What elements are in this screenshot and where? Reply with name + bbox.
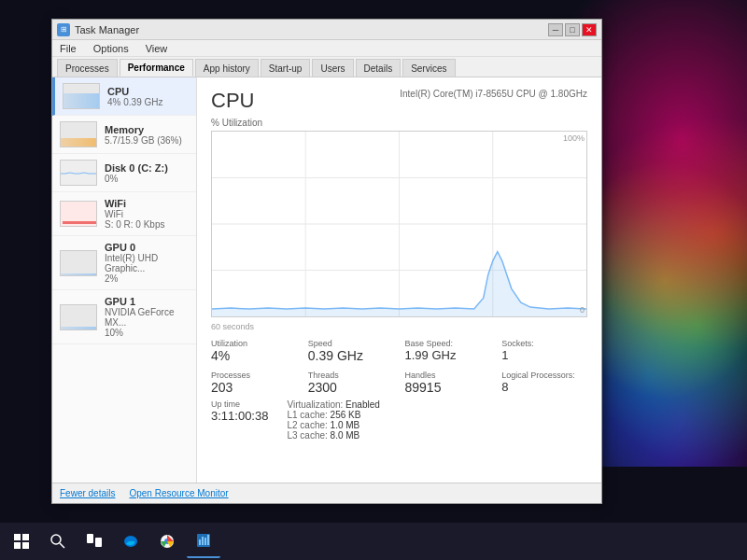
wifi-thumb [60, 201, 97, 227]
speed-stat-value: 0.39 GHz [308, 348, 394, 363]
wifi-value: S: 0 R: 0 Kbps [105, 219, 189, 230]
close-button[interactable]: ✕ [582, 23, 597, 36]
util-stat-value: 4% [211, 348, 297, 363]
processes-label: Processes [211, 371, 297, 380]
maximize-button[interactable]: □ [565, 23, 580, 36]
cpu-thumb [63, 83, 100, 109]
threads-stat: Threads 2300 [308, 371, 394, 395]
l3-row: L3 cache: 8.0 MB [287, 430, 379, 441]
start-button[interactable] [5, 525, 38, 558]
svg-rect-22 [207, 535, 209, 545]
tab-details[interactable]: Details [356, 59, 402, 77]
sidebar: CPU 4% 0.39 GHz Memory 5.7/15.9 GB (36%) [52, 77, 197, 483]
svg-rect-13 [87, 534, 93, 543]
tab-app-history[interactable]: App history [195, 59, 259, 77]
svg-rect-14 [95, 538, 102, 547]
task-view-icon [86, 533, 103, 550]
cpu-info: CPU 4% 0.39 GHz [107, 86, 189, 107]
sidebar-item-cpu[interactable]: CPU 4% 0.39 GHz [52, 77, 196, 116]
main-content: CPU 4% 0.39 GHz Memory 5.7/15.9 GB (36%) [52, 77, 601, 483]
tab-users[interactable]: Users [312, 59, 353, 77]
browser-button[interactable] [150, 525, 184, 558]
gpu1-sub: NVIDIA GeForce MX... [105, 307, 189, 328]
cpu-thumb-graph [63, 93, 99, 108]
file-menu[interactable]: File [57, 43, 79, 54]
disk-thumb [60, 160, 97, 186]
bottom-stats: Up time 3:11:00:38 Virtualization: Enabl… [211, 399, 587, 441]
graph-0-label: 0 [580, 305, 585, 315]
sockets-label: Sockets: [501, 339, 587, 348]
graph-time-label: 60 seconds [211, 322, 587, 331]
uptime-section: Up time 3:11:00:38 [211, 399, 268, 441]
chrome-icon [159, 533, 176, 550]
util-stat-label: Utilization [211, 339, 297, 348]
tab-processes[interactable]: Processes [57, 59, 118, 77]
sockets-stat: Sockets: 1 [501, 339, 587, 363]
memory-thumb-graph [61, 138, 96, 147]
svg-rect-7 [14, 534, 21, 540]
svg-rect-21 [204, 538, 206, 545]
gpu1-thumb-graph [61, 327, 96, 329]
tab-bar: Processes Performance App history Start-… [52, 57, 601, 77]
gpu1-label: GPU 1 [105, 296, 189, 307]
taskmanager-button[interactable] [187, 525, 220, 558]
sidebar-item-wifi[interactable]: WiFi WiFi S: 0 R: 0 Kbps [52, 192, 196, 236]
gpu0-label: GPU 0 [105, 242, 189, 253]
uptime-label: Up time [211, 399, 268, 409]
logical-proc-stat: Logical processors: 8 [501, 371, 587, 395]
svg-rect-9 [14, 542, 21, 549]
wifi-sub: WiFi [105, 209, 189, 219]
cpu-title: CPU [211, 89, 254, 113]
memory-label: Memory [105, 124, 189, 135]
desktop: ⊞ Task Manager ─ □ ✕ File Options View P… [0, 0, 747, 560]
sidebar-item-memory[interactable]: Memory 5.7/15.9 GB (36%) [52, 116, 196, 154]
sidebar-item-gpu0[interactable]: GPU 0 Intel(R) UHD Graphic... 2% [52, 236, 196, 290]
cpu-graph-container: 100% 0 [211, 131, 587, 317]
cpu-header: CPU Intel(R) Core(TM) i7-8565U CPU @ 1.8… [211, 89, 587, 113]
virt-label: Virtualization: [287, 399, 343, 410]
menu-bar: File Options View [52, 40, 601, 57]
cache-section: Virtualization: Enabled L1 cache: 256 KB… [287, 399, 379, 441]
processes-value: 203 [211, 380, 297, 395]
logical-proc-label: Logical processors: [501, 371, 587, 380]
sidebar-item-gpu1[interactable]: GPU 1 NVIDIA GeForce MX... 10% [52, 290, 196, 344]
tab-performance[interactable]: Performance [120, 59, 193, 77]
open-resource-monitor-link[interactable]: Open Resource Monitor [129, 488, 228, 498]
virt-row: Virtualization: Enabled [287, 399, 379, 410]
task-view-button[interactable] [78, 525, 111, 558]
cpu-label: CPU [107, 86, 189, 97]
tab-services[interactable]: Services [402, 59, 455, 77]
task-manager-window: ⊞ Task Manager ─ □ ✕ File Options View P… [51, 19, 602, 504]
uptime-value: 3:11:00:38 [211, 409, 268, 423]
edge-icon [122, 533, 139, 550]
disk-info: Disk 0 (C: Z:) 0% [105, 162, 189, 184]
options-menu[interactable]: Options [91, 43, 132, 54]
window-title: Task Manager [75, 24, 548, 35]
l3-label: L3 cache: [287, 430, 327, 441]
svg-point-11 [51, 535, 61, 544]
title-bar: ⊞ Task Manager ─ □ ✕ [52, 20, 601, 40]
gpu0-thumb [60, 250, 97, 276]
disk-value: 0% [105, 174, 189, 184]
gpu1-info: GPU 1 NVIDIA GeForce MX... 10% [105, 296, 189, 338]
fewer-details-link[interactable]: Fewer details [60, 488, 115, 498]
view-menu[interactable]: View [143, 43, 171, 54]
handles-label: Handles [405, 371, 491, 380]
l2-row: L2 cache: 1.0 MB [287, 420, 379, 430]
edge-button[interactable] [114, 525, 148, 558]
graph-100-label: 100% [563, 133, 585, 143]
sidebar-item-disk[interactable]: Disk 0 (C: Z:) 0% [52, 154, 196, 192]
gpu0-value: 2% [105, 273, 189, 284]
wifi-label: WiFi [105, 198, 189, 209]
cpu-panel: CPU Intel(R) Core(TM) i7-8565U CPU @ 1.8… [197, 77, 601, 483]
minimize-button[interactable]: ─ [548, 23, 563, 36]
gpu1-thumb [60, 304, 97, 330]
search-button[interactable] [41, 525, 75, 558]
memory-info: Memory 5.7/15.9 GB (36%) [105, 124, 189, 146]
tab-startup[interactable]: Start-up [261, 59, 311, 77]
svg-rect-8 [22, 534, 29, 540]
l2-value: 1.0 MB [331, 420, 360, 430]
gpu0-sub: Intel(R) UHD Graphic... [105, 253, 189, 273]
stats-grid: Utilization 4% Speed 0.39 GHz Base speed… [211, 339, 587, 395]
l1-row: L1 cache: 256 KB [287, 410, 379, 420]
